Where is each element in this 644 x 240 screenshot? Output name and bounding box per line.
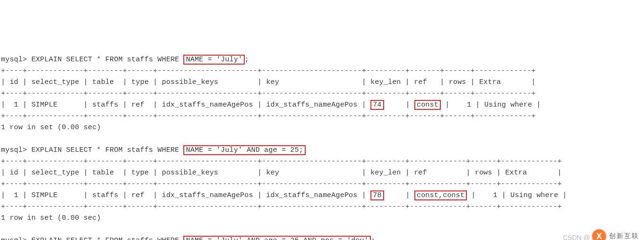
table-row: | 1 | SIMPLE | staffs | ref | idx_staffs… xyxy=(1,101,366,109)
explain-prefix: EXPLAIN SELECT * FROM staffs WHERE xyxy=(31,56,179,64)
prompt: mysql> xyxy=(1,237,27,240)
table-row-tail: | 1 | Using where | xyxy=(445,101,541,109)
table-border: +----+-------------+--------+------+----… xyxy=(1,112,536,120)
highlight-where-2: NAME = 'July' AND age = 25; xyxy=(183,145,305,155)
table-border: +----+-------------+--------+------+----… xyxy=(1,203,562,211)
rows-in-set: 1 row in set (0.00 sec) xyxy=(1,124,101,132)
prompt: mysql> xyxy=(1,56,27,64)
table-header: | id | select_type | table | type | poss… xyxy=(1,169,562,177)
table-border: +----+-------------+--------+------+----… xyxy=(1,90,536,98)
logo-icon: X xyxy=(592,229,606,240)
explain-prefix: EXPLAIN SELECT * FROM staffs WHERE xyxy=(31,146,179,154)
highlight-where-3: NAME = 'July' AND age = 25 AND pos = 'de… xyxy=(183,236,370,240)
highlight-ref-1: const xyxy=(414,100,441,110)
table-row-tail: | 1 | Using where | xyxy=(471,191,567,199)
highlight-where-1: NAME = 'July' xyxy=(183,55,245,65)
brand-logo: X 创新互联 xyxy=(592,229,639,240)
table-border: +----+-------------+--------+------+----… xyxy=(1,67,536,75)
explain-prefix: EXPLAIN SELECT * FROM staffs WHERE xyxy=(31,237,179,240)
table-row-mid: | xyxy=(384,101,410,109)
logo-label: 创新互联 xyxy=(609,232,639,240)
highlight-keylen-1: 74 xyxy=(370,100,384,110)
highlight-ref-2: const,const xyxy=(414,190,467,200)
rows-in-set: 1 row in set (0.00 sec) xyxy=(1,214,101,222)
table-border: +----+-------------+--------+------+----… xyxy=(1,157,562,166)
where-tail: ; xyxy=(371,237,375,240)
table-header: | id | select_type | table | type | poss… xyxy=(1,78,536,86)
where-tail: ; xyxy=(245,56,249,64)
mysql-terminal: mysql> EXPLAIN SELECT * FROM staffs WHER… xyxy=(0,40,644,240)
table-row: | 1 | SIMPLE | staffs | ref | idx_staffs… xyxy=(1,191,366,199)
table-border: +----+-------------+--------+------+----… xyxy=(1,180,562,188)
prompt: mysql> xyxy=(1,146,27,154)
table-row-mid: | xyxy=(384,191,410,199)
highlight-keylen-2: 78 xyxy=(370,190,384,200)
